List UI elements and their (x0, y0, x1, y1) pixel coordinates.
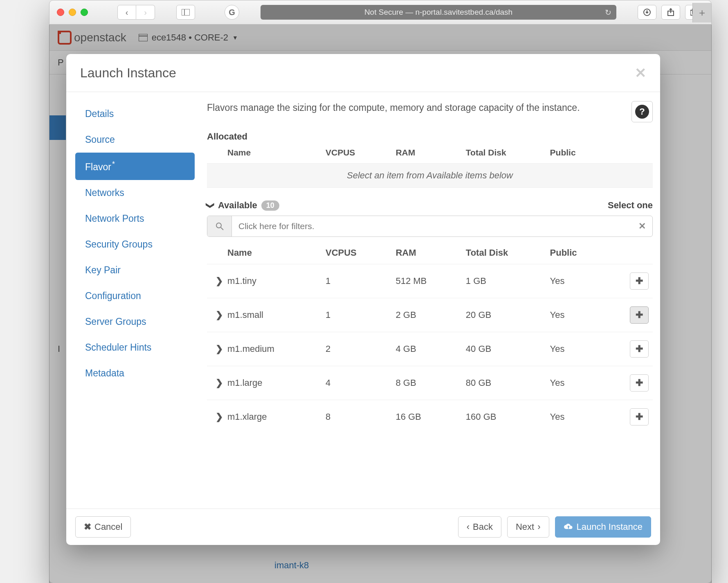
allocated-header: Name VCPUS RAM Total Disk Public (207, 142, 653, 163)
allocated-empty: Select an item from Available items belo… (207, 163, 653, 188)
cell-name: m1.medium (227, 344, 326, 354)
clear-filter-icon[interactable]: ✕ (632, 216, 652, 236)
cell-vcpus: 4 (326, 378, 395, 388)
cell-disk: 80 GB (466, 378, 550, 388)
cell-disk: 160 GB (466, 412, 550, 422)
cell-public: Yes (550, 378, 620, 388)
cell-name: m1.tiny (227, 276, 326, 286)
filter-input[interactable] (232, 216, 632, 236)
nav-step-networks[interactable]: Networks (75, 180, 195, 206)
table-row: ❯m1.large48 GB80 GBYes✚ (207, 366, 653, 400)
sidebar-toggle-button[interactable] (176, 5, 195, 20)
nav-step-details[interactable]: Details (75, 101, 195, 127)
share-button[interactable] (661, 5, 680, 20)
filter-bar: ✕ (207, 216, 653, 237)
nav-step-flavor[interactable]: Flavor* (75, 153, 195, 180)
add-flavor-button[interactable]: ✚ (630, 272, 649, 290)
nav-step-server-groups[interactable]: Server Groups (75, 309, 195, 335)
cell-vcpus: 8 (326, 412, 395, 422)
privacy-report-button[interactable]: G (225, 5, 239, 20)
modal-footer: ✖ Cancel ‹ Back Next › Launch Instance (66, 509, 660, 545)
cell-name: m1.small (227, 310, 326, 320)
nav-step-configuration[interactable]: Configuration (75, 283, 195, 309)
minimize-window-icon[interactable] (69, 9, 76, 16)
nav-step-source[interactable]: Source (75, 127, 195, 153)
add-flavor-button[interactable]: ✚ (630, 340, 649, 358)
col-disk: Total Disk (466, 148, 550, 158)
close-icon[interactable]: ✕ (635, 65, 646, 81)
table-row: ❯m1.small12 GB20 GBYes✚ (207, 298, 653, 332)
cell-public: Yes (550, 310, 620, 320)
cell-vcpus: 1 (326, 310, 395, 320)
cell-ram: 16 GB (395, 412, 465, 422)
available-table: Name VCPUS RAM Total Disk Public ❯m1.tin… (207, 240, 653, 434)
add-flavor-button[interactable]: ✚ (630, 408, 649, 425)
expand-row-icon[interactable]: ❯ (211, 412, 227, 422)
browser-toolbar: ‹ › G Not Secure — n-portal.savitestbed.… (49, 0, 712, 25)
url-text: Not Secure — n-portal.savitestbed.ca/das… (364, 8, 512, 17)
launch-instance-modal: Launch Instance ✕ Details Source Flavor*… (66, 54, 660, 545)
cell-public: Yes (550, 412, 620, 422)
cell-name: m1.xlarge (227, 412, 326, 422)
cancel-button[interactable]: ✖ Cancel (75, 516, 131, 538)
cell-ram: 8 GB (395, 378, 465, 388)
add-flavor-button[interactable]: ✚ (630, 306, 649, 324)
nav-step-scheduler-hints[interactable]: Scheduler Hints (75, 335, 195, 360)
expand-row-icon[interactable]: ❯ (211, 276, 227, 286)
available-toggle[interactable]: ❯ Available 10 (207, 200, 279, 211)
help-icon: ? (635, 105, 649, 119)
nav-step-metadata[interactable]: Metadata (75, 360, 195, 386)
cell-disk: 20 GB (466, 310, 550, 320)
launch-button[interactable]: Launch Instance (555, 516, 651, 538)
chevron-right-icon: › (537, 522, 540, 532)
search-icon[interactable] (207, 216, 232, 236)
cell-vcpus: 1 (326, 276, 395, 286)
select-one-label: Select one (608, 200, 653, 211)
nav-step-key-pair[interactable]: Key Pair (75, 257, 195, 283)
new-tab-button[interactable]: + (692, 3, 711, 23)
cell-ram: 512 MB (395, 276, 465, 286)
wizard-content: Flavors manage the sizing for the comput… (197, 92, 660, 509)
cell-disk: 1 GB (466, 276, 550, 286)
cell-public: Yes (550, 276, 620, 286)
step-description: Flavors manage the sizing for the comput… (207, 101, 625, 114)
nav-step-network-ports[interactable]: Network Ports (75, 206, 195, 232)
url-bar[interactable]: Not Secure — n-portal.savitestbed.ca/das… (261, 5, 616, 20)
chevron-left-icon: ‹ (467, 522, 470, 532)
col-name: Name (227, 148, 326, 158)
cloud-upload-icon (564, 523, 573, 531)
times-icon: ✖ (84, 522, 91, 532)
cell-disk: 40 GB (466, 344, 550, 354)
reload-icon[interactable]: ↻ (605, 8, 611, 17)
help-button[interactable]: ? (631, 101, 653, 122)
svg-point-8 (216, 223, 221, 228)
nav-step-security-groups[interactable]: Security Groups (75, 232, 195, 257)
nav-back-button[interactable]: ‹ (117, 5, 136, 20)
window-controls (57, 9, 88, 16)
expand-row-icon[interactable]: ❯ (211, 378, 227, 388)
chevron-down-icon: ❯ (206, 202, 216, 209)
col-public: Public (550, 148, 620, 158)
table-row: ❯m1.medium24 GB40 GBYes✚ (207, 332, 653, 366)
nav-forward-button[interactable]: › (136, 5, 155, 20)
downloads-button[interactable] (638, 5, 656, 20)
svg-line-9 (221, 227, 223, 230)
modal-title: Launch Instance (80, 65, 176, 81)
cell-vcpus: 2 (326, 344, 395, 354)
expand-row-icon[interactable]: ❯ (211, 310, 227, 320)
wizard-nav: Details Source Flavor* Networks Network … (66, 92, 197, 509)
add-flavor-button[interactable]: ✚ (630, 374, 649, 392)
nav-back-forward: ‹ › (117, 5, 155, 20)
modal-header: Launch Instance ✕ (66, 54, 660, 92)
expand-row-icon[interactable]: ❯ (211, 344, 227, 354)
zoom-window-icon[interactable] (81, 9, 88, 16)
cell-ram: 2 GB (395, 310, 465, 320)
available-header: Name VCPUS RAM Total Disk Public (207, 240, 653, 264)
col-vcpus: VCPUS (326, 148, 395, 158)
back-button[interactable]: ‹ Back (458, 516, 501, 538)
svg-rect-0 (182, 9, 190, 16)
close-window-icon[interactable] (57, 9, 64, 16)
next-button[interactable]: Next › (507, 516, 549, 538)
table-row: ❯m1.tiny1512 MB1 GBYes✚ (207, 264, 653, 298)
table-row: ❯m1.xlarge816 GB160 GBYes✚ (207, 400, 653, 434)
